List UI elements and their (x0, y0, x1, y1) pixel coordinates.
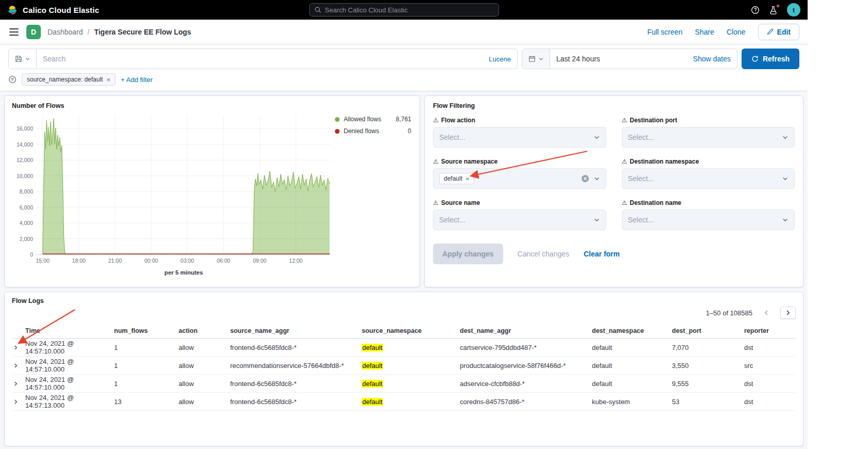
share-button[interactable]: Share (695, 28, 714, 36)
flow-action-select[interactable]: Select... (433, 127, 606, 148)
destination-namespace-select[interactable]: Select... (622, 168, 795, 189)
chevron-down-icon (593, 134, 600, 141)
chevron-down-icon (593, 217, 600, 223)
column-time[interactable]: Time (25, 327, 114, 334)
search-group: Lucene (8, 49, 518, 69)
source-name-select[interactable]: Select... (433, 210, 606, 230)
highlighted-value: default (362, 362, 383, 370)
legend-dot-allowed (335, 117, 340, 122)
table-row: Nov 24, 2021 @ 14:57:10.000 1 allow fron… (12, 375, 796, 393)
next-page-button[interactable] (780, 307, 796, 319)
source-namespace-select[interactable]: default × (433, 168, 606, 189)
y-tick-label: 14,000 (17, 141, 33, 148)
edit-button[interactable]: Edit (758, 24, 799, 40)
legend-item-allowed-flows[interactable]: Allowed flows 8,761 (335, 116, 411, 123)
expand-row-icon[interactable] (12, 363, 25, 368)
flow-logs-title: Flow Logs (12, 297, 796, 304)
destination-port-select[interactable]: Select... (622, 127, 795, 148)
selected-option-pill[interactable]: default × (439, 173, 474, 184)
saved-query-button[interactable] (9, 49, 37, 69)
clone-button[interactable]: Clone (727, 28, 746, 36)
top-nav-right: t (751, 3, 800, 17)
column-dest-namespace[interactable]: dest_namespace (592, 327, 672, 334)
clear-form-button[interactable]: Clear form (584, 250, 620, 258)
flows-chart: 02,0004,0006,0008,00010,00012,00014,0001… (12, 115, 331, 276)
column-dest-name-aggr[interactable]: dest_name_aggr (460, 327, 592, 334)
space-badge[interactable]: D (26, 25, 41, 39)
search-icon (314, 6, 322, 13)
chevron-left-icon (763, 310, 769, 316)
time-range-value[interactable]: Last 24 hours (550, 55, 606, 63)
column-action[interactable]: action (179, 327, 230, 334)
flow-logs-panel: Flow Logs 1–50 of 108585 Time num_flows … (4, 292, 803, 446)
warning-icon: ⚠ (433, 199, 439, 206)
expand-row-icon[interactable] (12, 345, 25, 350)
newsfeed-flask-icon[interactable] (769, 6, 778, 14)
date-picker: Last 24 hours Show dates (522, 49, 737, 69)
field-flow-action: ⚠ Flow action Select... (433, 117, 606, 148)
legend-dot-denied (335, 129, 340, 134)
global-search[interactable] (309, 3, 499, 17)
flows-plot[interactable] (37, 115, 331, 255)
full-screen-button[interactable]: Full screen (647, 28, 682, 36)
elastic-logo[interactable] (7, 5, 18, 15)
column-source-name-aggr[interactable]: source_name_aggr (230, 327, 362, 334)
add-filter-button[interactable]: + Add filter (121, 76, 153, 84)
expand-row-icon[interactable] (12, 399, 25, 405)
calendar-button[interactable] (522, 49, 550, 69)
flows-x-axis: 15:0018:0021:0000:0003:0006:0009:0012:00 (37, 255, 331, 264)
highlighted-value: default (362, 380, 383, 388)
previous-page-button[interactable] (759, 307, 774, 319)
remove-option-icon[interactable]: × (465, 175, 470, 182)
destination-name-select[interactable]: Select... (622, 210, 795, 230)
breadcrumb: Dashboard / Tigera Secure EE Flow Logs (47, 28, 191, 36)
form-actions: Apply changes Cancel changes Clear form (433, 244, 795, 264)
column-num-flows[interactable]: num_flows (114, 327, 179, 334)
query-language-toggle[interactable]: Lucene (489, 55, 517, 63)
show-dates-button[interactable]: Show dates (693, 55, 737, 63)
kibana-app: Calico Cloud Elastic (0, 0, 808, 449)
table-row: Nov 24, 2021 @ 14:57:10.000 1 allow reco… (12, 357, 796, 375)
calendar-icon (528, 55, 536, 62)
expand-row-icon[interactable] (12, 381, 25, 387)
refresh-icon (751, 55, 759, 62)
y-tick-label: 6,000 (20, 204, 33, 211)
refresh-button[interactable]: Refresh (742, 49, 799, 69)
page-title: Tigera Secure EE Flow Logs (94, 28, 191, 36)
warning-icon: ⚠ (433, 117, 439, 124)
x-tick-label: 06:00 (217, 258, 230, 264)
query-search-input[interactable] (37, 55, 489, 63)
highlighted-value: default (362, 344, 383, 351)
user-avatar[interactable]: t (787, 3, 800, 17)
chevron-right-icon (785, 310, 791, 316)
breadcrumb-dashboard[interactable]: Dashboard (47, 28, 83, 36)
filter-bar: source_namespace: default × + Add filter (0, 72, 808, 91)
chevron-down-icon (538, 56, 544, 62)
chevron-down-icon (25, 56, 30, 62)
x-tick-label: 18:00 (72, 258, 86, 264)
column-dest-port[interactable]: dest_port (672, 327, 744, 334)
warning-icon: ⚠ (433, 158, 439, 165)
warning-icon: ⚠ (622, 199, 628, 206)
column-source-namespace[interactable]: source_namespace (362, 327, 460, 334)
pencil-icon (767, 28, 774, 35)
elastic-logo-icon (7, 5, 18, 15)
app-title: Calico Cloud Elastic (23, 6, 99, 14)
chrome-bar: D Dashboard / Tigera Secure EE Flow Logs… (0, 20, 808, 44)
clear-selection-icon[interactable] (581, 174, 589, 183)
global-search-input[interactable] (325, 6, 494, 14)
x-tick-label: 15:00 (36, 258, 50, 264)
apply-changes-button[interactable]: Apply changes (433, 244, 503, 264)
help-icon[interactable] (751, 6, 760, 14)
y-tick-label: 10,000 (17, 173, 33, 179)
cancel-changes-button[interactable]: Cancel changes (518, 250, 569, 258)
flow-filtering-title: Flow Filtering (433, 102, 795, 109)
pagination-label: 1–50 of 108585 (706, 309, 752, 317)
notification-dot (776, 4, 780, 8)
filter-pill-source-namespace[interactable]: source_namespace: default × (22, 73, 116, 86)
column-reporter[interactable]: reporter (744, 327, 796, 334)
menu-icon[interactable] (8, 27, 20, 37)
remove-filter-icon[interactable]: × (106, 76, 110, 83)
legend-item-denied-flows[interactable]: Denied flows 0 (335, 127, 411, 135)
filter-options-icon[interactable] (8, 75, 17, 84)
